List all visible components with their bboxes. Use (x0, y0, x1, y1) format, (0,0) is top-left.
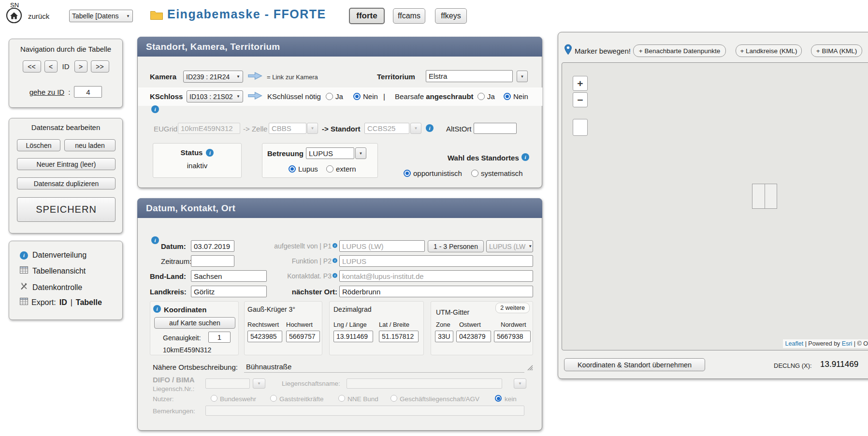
panel-datum: Datum, Kontakt, Ort Datum: aufgestellt v… (137, 198, 542, 431)
zoom-out-button[interactable]: − (573, 92, 588, 107)
arrow-right-icon[interactable] (248, 91, 262, 102)
tab-ffkeys[interactable]: ffkeys (435, 8, 467, 24)
wahl-systematisch-radio[interactable] (471, 170, 478, 177)
link-datenverteilung[interactable]: Datenverteilung (20, 251, 87, 260)
territorium-input[interactable] (426, 70, 513, 82)
liegname-input (347, 378, 502, 389)
territorium-label: Territorium (377, 73, 415, 81)
betreuung-input[interactable] (306, 147, 354, 159)
kschloss-select[interactable]: ID103 : 21S02 (187, 90, 243, 102)
utm-zone-input[interactable] (435, 331, 453, 342)
aufgestellt-input[interactable] (339, 240, 425, 252)
nav-next-button[interactable]: > (74, 60, 87, 73)
utm-nordwert-input[interactable] (494, 331, 531, 342)
nav-last-button[interactable]: >> (91, 60, 109, 73)
map-header-label: Marker bewegen! (575, 47, 631, 55)
landkreise-kml-button[interactable]: + Landkreise (KML) (736, 44, 802, 57)
nav-id-label: ID (61, 62, 71, 71)
koordinaten-box: Koordinaten auf Karte suchen Genauigkeit… (150, 301, 239, 355)
karte-suchen-button[interactable]: auf Karte suchen (154, 317, 235, 329)
link-datenkontrolle[interactable]: Datenkontrolle (20, 282, 82, 292)
kschloss-info-icon[interactable] (151, 105, 159, 113)
delete-button[interactable]: Löschen (17, 139, 60, 151)
genauigkeit-input[interactable] (208, 332, 231, 343)
resize-handle-icon[interactable] (526, 364, 533, 373)
tab-fforte[interactable]: fforte (349, 8, 385, 24)
bndland-label: Bnd-Land: (150, 272, 186, 280)
leaflet-link[interactable]: Leaflet (785, 340, 804, 347)
dez-lat-input[interactable] (379, 331, 419, 342)
betreuung-dropdown-button[interactable] (355, 147, 366, 159)
benachbarte-datenpunkte-button[interactable]: + Benachbarte Datenpunkte (633, 44, 726, 57)
tab-ffcams[interactable]: ffcams (393, 8, 425, 24)
dez-lng-input[interactable] (333, 331, 373, 342)
ort-input[interactable] (339, 286, 533, 297)
bearsafe-ja-radio[interactable] (477, 93, 485, 100)
p2-info-icon[interactable] (333, 258, 337, 263)
utm-ostwert-input[interactable] (456, 331, 491, 342)
wahl-opportunistisch-radio[interactable] (404, 170, 411, 177)
link-tabellenansicht[interactable]: Tabellenansicht (20, 266, 86, 276)
map-area[interactable]: + − Leaflet | Powered by Esri | © O (562, 62, 868, 350)
nutzer-kein-radio[interactable] (495, 395, 502, 402)
bndland-input[interactable] (191, 270, 267, 282)
kamera-select[interactable]: ID239 : 21R24 (183, 71, 243, 83)
personen-select[interactable]: LUPUS (LW (486, 240, 533, 252)
ortsbeschreibung-field[interactable]: Bühnaustraße (244, 360, 524, 373)
goto-id-link[interactable]: gehe zu ID (29, 88, 65, 96)
p1-info-icon[interactable] (333, 243, 337, 248)
nav-first-button[interactable]: << (23, 60, 41, 73)
ortsbeschreibung-label: Nähere Ortsbeschreibung: (153, 363, 238, 371)
topbar: SN zurück Tabelle [Datens Eingabemaske -… (0, 0, 868, 29)
wahl-info-icon[interactable] (521, 153, 529, 161)
bearsafe-nein-radio[interactable] (504, 93, 511, 100)
standort-input (364, 123, 409, 134)
table-select[interactable]: Tabelle [Datens (69, 10, 133, 22)
standort-dropdown-button (410, 123, 421, 134)
goto-id-input[interactable] (74, 86, 102, 98)
status-value: inaktiv (153, 161, 241, 170)
arrow-right-icon[interactable] (248, 72, 262, 82)
utm-more-button[interactable]: 2 weitere (495, 303, 530, 313)
zoom-in-button[interactable]: + (573, 76, 588, 91)
home-icon[interactable] (6, 7, 22, 24)
back-link[interactable]: zurück (28, 12, 49, 20)
altstort-input[interactable] (474, 123, 517, 134)
duplicate-button[interactable]: Datensatz duplizieren (17, 177, 116, 189)
bima-kml-button[interactable]: + BIMA (KML) (811, 44, 862, 57)
landkreis-input[interactable] (191, 286, 267, 297)
koordinaten-info-icon[interactable] (153, 305, 161, 313)
zeitraum-input[interactable] (191, 255, 234, 267)
export-id-link[interactable]: ID (59, 298, 67, 307)
gk-rechtswert-input[interactable] (247, 331, 282, 342)
personen-button[interactable]: 1 - 3 Personen (428, 240, 484, 252)
kschluessel-ja-radio[interactable] (326, 93, 333, 100)
new-entry-button[interactable]: Neuer Eintrag (leer) (17, 158, 116, 170)
datum-info-icon[interactable] (151, 236, 159, 244)
status-label: Status (181, 148, 203, 157)
betreuung-extern-radio[interactable] (326, 165, 333, 173)
datum-input[interactable] (191, 240, 234, 252)
datum-label: Datum: (161, 242, 186, 250)
betreuung-lupus-radio[interactable] (289, 165, 296, 173)
territorium-dropdown-button[interactable] (517, 71, 528, 82)
reload-button[interactable]: neu laden (64, 139, 116, 151)
map-control-button[interactable] (573, 119, 588, 136)
kontakt-input[interactable] (339, 270, 533, 282)
p3-info-icon[interactable] (333, 273, 337, 278)
status-info-icon[interactable] (206, 149, 214, 157)
funktion-input[interactable] (339, 255, 533, 267)
kschluessel-nein-radio[interactable] (353, 93, 361, 100)
declng-value: 13.911469 (820, 360, 858, 369)
nutzer-geschaeftsliegenschaft-radio (391, 395, 397, 402)
standort-info-icon[interactable] (426, 124, 434, 132)
tools-icon (20, 282, 28, 292)
wahl-label: Wahl des Standortes (448, 154, 519, 162)
koordinaten-uebernehmen-button[interactable]: Koordinaten & Standort übernehmen (564, 358, 705, 371)
gk-hochwert-input[interactable] (286, 331, 320, 342)
esri-link[interactable]: Esri (842, 340, 853, 347)
export-table-link[interactable]: Tabelle (76, 298, 102, 307)
nav-prev-button[interactable]: < (44, 60, 58, 73)
aufgestellt-label: aufgestellt von | P1 (261, 242, 337, 250)
save-button[interactable]: SPEICHERN (17, 197, 116, 222)
